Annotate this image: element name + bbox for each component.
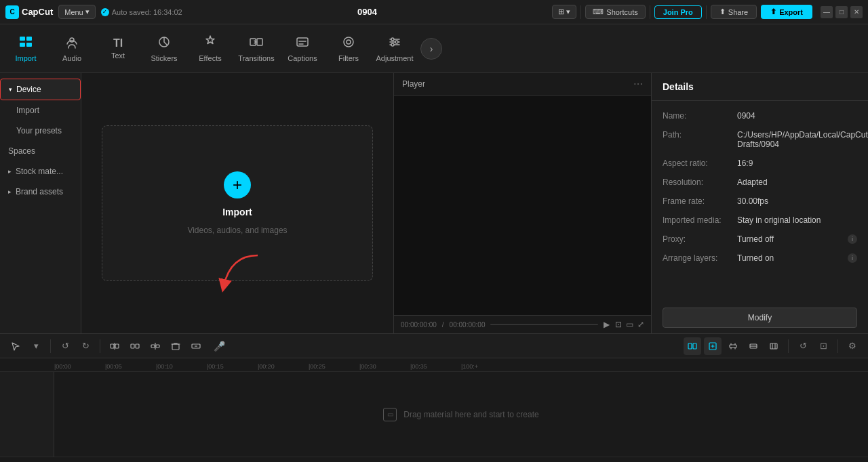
tl-zoom-out-button[interactable]: ↺ xyxy=(794,337,812,355)
shortcuts-button[interactable]: ⌨ Shortcuts xyxy=(585,5,645,19)
undo-button[interactable]: ↺ xyxy=(56,337,74,355)
captions-icon xyxy=(295,35,310,51)
split-button[interactable] xyxy=(106,337,123,355)
maximize-button[interactable]: □ xyxy=(835,6,848,18)
nav-device[interactable]: ▾ Device xyxy=(0,79,81,100)
tool-stickers[interactable]: Stickers xyxy=(141,26,187,72)
detail-aspect-label: Aspect ratio: xyxy=(663,159,737,168)
svg-rect-25 xyxy=(693,343,696,349)
filters-icon xyxy=(341,35,356,51)
player-aspect-button[interactable]: ▭ xyxy=(626,320,633,329)
auto-save-icon xyxy=(101,8,109,16)
split-btn3[interactable] xyxy=(146,337,164,355)
drag-text: Drag material here and start to create xyxy=(403,410,538,419)
chevron-brand: ▸ xyxy=(8,188,12,195)
select-dropdown-button[interactable]: ▾ xyxy=(27,337,45,355)
import-title: Import xyxy=(222,207,252,217)
proxy-info-icon[interactable]: i xyxy=(848,234,857,244)
tl-btn-2[interactable] xyxy=(704,337,722,355)
detail-framerate-value: 30.00fps xyxy=(737,196,857,206)
svg-rect-1 xyxy=(26,37,32,41)
menu-chevron: ▾ xyxy=(85,7,90,16)
top-right-controls: ⊞ ▾ ⌨ Shortcuts Join Pro ⬆ Share ⬆ Expor… xyxy=(552,5,863,19)
detail-framerate-label: Frame rate: xyxy=(663,196,737,206)
detail-proxy-value: Turned off xyxy=(737,234,848,244)
nav-import[interactable]: Import xyxy=(0,100,81,121)
svg-rect-21 xyxy=(156,345,159,348)
svg-rect-15 xyxy=(115,344,119,348)
player-panel: Player ⋯ 00:00:00:00 / 00:00:00:00 ▶ ⊡ ▭… xyxy=(393,73,651,333)
redo-button[interactable]: ↻ xyxy=(77,337,94,355)
nav-stock[interactable]: ▸ Stock mate... xyxy=(0,161,81,182)
tl-btn-5[interactable] xyxy=(765,337,783,355)
player-fullscreen-button[interactable]: ⤢ xyxy=(637,320,644,329)
tool-audio-label: Audio xyxy=(62,54,81,62)
nav-brand[interactable]: ▸ Brand assets xyxy=(0,182,81,202)
tool-import[interactable]: Import xyxy=(3,26,49,72)
close-button[interactable]: ✕ xyxy=(850,6,863,18)
player-title: Player xyxy=(402,79,425,89)
tl-btn-3[interactable] xyxy=(724,337,742,355)
logo-icon: C xyxy=(5,5,19,19)
tool-adjustment[interactable]: Adjustment xyxy=(372,26,418,72)
svg-rect-7 xyxy=(257,39,262,45)
ruler-mark-1: |00:05 xyxy=(105,363,156,371)
project-title: 0904 xyxy=(188,7,547,17)
tl-btn-1[interactable] xyxy=(684,337,701,355)
modify-button[interactable]: Modify xyxy=(663,308,857,328)
tl-btn-4[interactable] xyxy=(745,337,762,355)
player-menu-button[interactable]: ⋯ xyxy=(633,79,643,89)
player-controls: 00:00:00:00 / 00:00:00:00 ▶ ⊡ ▭ ⤢ xyxy=(394,315,651,333)
share-button[interactable]: ⬆ Share xyxy=(711,5,757,19)
split-btn2[interactable] xyxy=(126,337,144,355)
keyboard-icon: ⌨ xyxy=(593,7,604,16)
export-button[interactable]: ⬆ Export xyxy=(761,5,812,19)
detail-resolution: Resolution: Adapted xyxy=(652,173,868,192)
detail-proxy-label: Proxy: xyxy=(663,234,737,244)
tools-bar: Import Audio TI Text Stickers Effects Tr… xyxy=(0,24,868,73)
timeline-content: ▭ Drag material here and start to create xyxy=(0,372,868,457)
nav-spaces[interactable]: Spaces xyxy=(0,141,81,161)
tool-filters[interactable]: Filters xyxy=(326,26,372,72)
player-time-total: 00:00:00:00 xyxy=(450,321,486,329)
minimize-button[interactable]: — xyxy=(821,6,833,18)
details-panel: Details Name: 0904 Path: C:/Users/HP/App… xyxy=(651,73,868,333)
tl-settings-button[interactable]: ⚙ xyxy=(844,337,861,355)
ruler-mark-7: |00:35 xyxy=(410,363,461,371)
player-header: Player ⋯ xyxy=(394,73,651,96)
tool-audio[interactable]: Audio xyxy=(49,26,95,72)
svg-rect-6 xyxy=(250,39,256,45)
detail-media-value: Stay in original location xyxy=(737,215,857,225)
player-progress-bar[interactable] xyxy=(490,324,598,325)
tl-zoom-fit-button[interactable]: ⊡ xyxy=(814,337,832,355)
more-timeline-btn[interactable] xyxy=(187,337,205,355)
monitor-button[interactable]: ⊞ ▾ xyxy=(552,5,576,19)
import-subtitle: Videos, audios, and images xyxy=(187,226,287,235)
timeline-scrollbar[interactable] xyxy=(0,457,868,462)
svg-rect-3 xyxy=(26,43,32,47)
nav-presets[interactable]: Your presets xyxy=(0,121,81,141)
timeline-tracks[interactable]: ▭ Drag material here and start to create xyxy=(54,372,868,457)
tool-effects[interactable]: Effects xyxy=(187,26,233,72)
select-tool-button[interactable] xyxy=(7,337,24,355)
join-pro-button[interactable]: Join Pro xyxy=(654,5,702,19)
layers-info-icon[interactable]: i xyxy=(848,253,857,263)
tl-sep-right xyxy=(788,339,789,353)
player-crop-button[interactable]: ⊡ xyxy=(615,320,622,329)
menu-button[interactable]: Menu ▾ xyxy=(58,5,96,19)
shortcuts-label: Shortcuts xyxy=(606,8,637,16)
audio-icon xyxy=(64,35,79,51)
player-play-button[interactable]: ▶ xyxy=(604,320,610,329)
player-icon-group: ⊡ ▭ ⤢ xyxy=(615,320,644,329)
adjustment-icon xyxy=(387,35,402,51)
svg-rect-2 xyxy=(20,43,25,47)
delete-button[interactable] xyxy=(167,337,184,355)
more-tools-button[interactable]: › xyxy=(420,38,442,60)
svg-point-12 xyxy=(395,41,398,43)
tool-transitions[interactable]: Transitions xyxy=(233,26,279,72)
detail-name: Name: 0904 xyxy=(652,106,868,125)
tool-text[interactable]: TI Text xyxy=(95,26,141,72)
auto-save-text: Auto saved: 16:34:02 xyxy=(112,8,182,16)
tool-captions[interactable]: Captions xyxy=(279,26,326,72)
microphone-button[interactable]: 🎤 xyxy=(210,337,228,355)
